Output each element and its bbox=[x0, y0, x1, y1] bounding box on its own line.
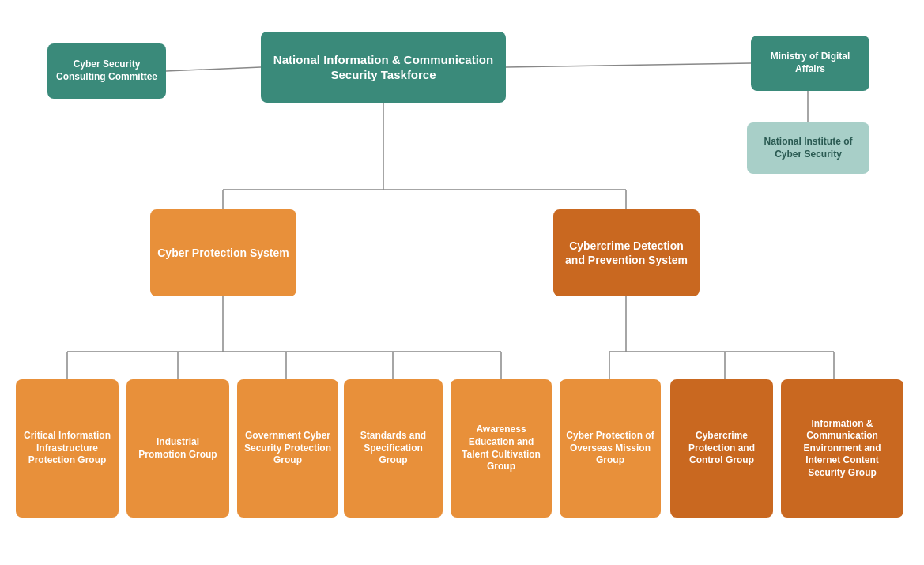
svg-line-0 bbox=[166, 67, 261, 71]
gcspg-node: Government Cyber Security Protection Gro… bbox=[237, 379, 338, 518]
cdps-node: Cybercrime Detection and Prevention Syst… bbox=[553, 209, 700, 296]
ssg-node: Standards and Specification Group bbox=[344, 379, 443, 518]
ciipg-node: Critical Information Infrastructure Prot… bbox=[16, 379, 119, 518]
svg-line-1 bbox=[506, 63, 751, 67]
iceisg-node: Information & Communication Environment … bbox=[781, 379, 903, 518]
ipg-node: Industrial Promotion Group bbox=[126, 379, 229, 518]
org-chart: National Information & Communication Sec… bbox=[0, 0, 924, 565]
nics-node: National Institute of Cyber Security bbox=[747, 122, 869, 174]
taskforce-node: National Information & Communication Sec… bbox=[261, 32, 506, 103]
mda-node: Ministry of Digital Affairs bbox=[751, 36, 869, 91]
cps-node: Cyber Protection System bbox=[150, 209, 296, 296]
consulting-committee-node: Cyber Security Consulting Committee bbox=[47, 43, 166, 99]
aetcg-node: Awareness Education and Talent Cultivati… bbox=[451, 379, 552, 518]
cpcg-node: Cybercrime Protection and Control Group bbox=[670, 379, 773, 518]
cpomg-node: Cyber Protection of Overseas Mission Gro… bbox=[560, 379, 661, 518]
